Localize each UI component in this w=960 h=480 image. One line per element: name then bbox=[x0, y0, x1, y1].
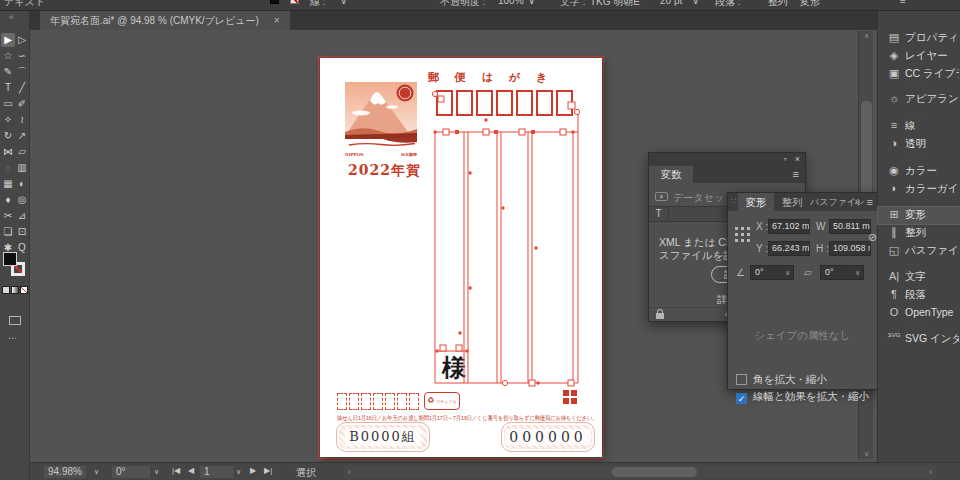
tab-transform[interactable]: 変形 bbox=[738, 193, 774, 211]
panel-menu-icon[interactable]: ≡ bbox=[900, 0, 906, 6]
zoom-level-field[interactable]: 94.98% bbox=[44, 466, 86, 478]
slice-tool[interactable]: ✂ bbox=[1, 209, 15, 223]
y-value-field[interactable]: 66.243 mm bbox=[768, 241, 810, 256]
scroll-down-icon[interactable]: ∨ bbox=[859, 450, 874, 458]
edit-toolbar-icon[interactable]: ⋯ bbox=[8, 333, 18, 343]
capture-dataset-icon[interactable] bbox=[655, 192, 668, 201]
horizontal-scroll-thumb[interactable] bbox=[612, 467, 697, 477]
document-tab[interactable]: 年賀宛名面.ai* @ 94.98 % (CMYK/プレビュー) × bbox=[40, 11, 290, 30]
dock-item-opentype[interactable]: OOpenType bbox=[878, 305, 960, 322]
font-size-value[interactable]: 20 pt bbox=[660, 0, 682, 6]
opacity-dropdown-icon[interactable]: ∨ bbox=[528, 0, 535, 6]
artboard-number-field[interactable]: 1 bbox=[200, 466, 234, 478]
none-mode-button[interactable] bbox=[20, 286, 28, 294]
variables-panel-header[interactable]: ▫ × bbox=[649, 153, 805, 166]
line-segment-tool[interactable]: ╱ bbox=[15, 81, 29, 95]
dock-item-color[interactable]: ◉カラー bbox=[878, 163, 960, 180]
dock-item-layers[interactable]: ◈レイヤー bbox=[878, 48, 960, 65]
print-tiling-tool[interactable]: ⊡ bbox=[15, 225, 29, 239]
toolbar-collapse-icon[interactable]: « bbox=[9, 12, 14, 22]
free-transform-tool[interactable]: ▱ bbox=[15, 145, 29, 159]
stroke-none-swatch-icon[interactable] bbox=[290, 0, 299, 4]
dock-item-paragraph[interactable]: ¶段落 bbox=[878, 287, 960, 304]
scale-corners-option[interactable]: 角を拡大・縮小 bbox=[736, 373, 827, 385]
selection-paths[interactable] bbox=[435, 111, 578, 383]
dock-item-transform[interactable]: ⊞変形 bbox=[878, 207, 960, 224]
gradient-tool[interactable]: ◐ bbox=[15, 177, 29, 191]
panel-close-icon[interactable]: × bbox=[795, 154, 800, 165]
w-value-field[interactable]: 50.811 mm bbox=[829, 219, 871, 234]
scale-tool[interactable]: ↗ bbox=[15, 129, 29, 143]
selection-anchors[interactable] bbox=[433, 118, 574, 384]
color-mode-button[interactable] bbox=[2, 286, 10, 294]
reference-point-locator[interactable] bbox=[735, 227, 752, 244]
gradient-mode-button[interactable] bbox=[11, 286, 19, 294]
dock-item-appearance[interactable]: ☼アピアランス bbox=[878, 91, 960, 108]
width-tool[interactable]: ⋈ bbox=[1, 145, 15, 159]
rotation-field[interactable]: 0° bbox=[112, 466, 150, 478]
horizontal-scrollbar[interactable]: ‹ › bbox=[345, 466, 935, 478]
paintbrush-tool[interactable]: ✐ bbox=[15, 97, 29, 111]
panel-menu-icon[interactable]: ≡ bbox=[867, 196, 873, 208]
type-tool[interactable]: T bbox=[1, 81, 15, 95]
eyedropper-tool[interactable]: ♦ bbox=[1, 193, 15, 207]
lock-icon[interactable] bbox=[656, 313, 664, 319]
dock-item-pathfinder[interactable]: ◱パスファイン... bbox=[878, 243, 960, 260]
tab-close-icon[interactable]: × bbox=[274, 15, 280, 26]
artboard-dropdown-icon[interactable]: ∨ bbox=[236, 468, 241, 476]
shear-dropdown[interactable]: 0° ∨ bbox=[820, 265, 864, 280]
dock-item-align[interactable]: ∥整列 bbox=[878, 225, 960, 242]
constrain-proportions-icon[interactable]: ⊘ bbox=[868, 231, 877, 244]
pencil-tool[interactable]: ≀ bbox=[15, 113, 29, 127]
panel-menu-icon[interactable]: ≡ bbox=[793, 168, 799, 180]
selection-tool[interactable]: ▶ bbox=[1, 33, 15, 47]
dock-item-svg-interactivity[interactable]: SVGSVG インタ... bbox=[878, 331, 960, 348]
direct-selection-tool[interactable]: ▷ bbox=[15, 33, 29, 47]
scale-strokes-option[interactable]: ✓線幅と効果を拡大・縮小 bbox=[736, 390, 869, 402]
first-artboard-icon[interactable]: |◀ bbox=[172, 466, 180, 475]
rotate-tool[interactable]: ↻ bbox=[1, 129, 15, 143]
align-button[interactable]: 整列 bbox=[768, 0, 788, 9]
variables-tab[interactable]: 変数 bbox=[649, 166, 693, 183]
scroll-up-icon[interactable]: ∧ bbox=[859, 32, 874, 40]
mesh-tool[interactable]: ▦ bbox=[1, 177, 15, 191]
x-value-field[interactable]: 67.102 mm bbox=[768, 219, 810, 234]
screen-mode-button[interactable] bbox=[9, 316, 21, 325]
rotation-dropdown-icon[interactable]: ∨ bbox=[154, 468, 159, 476]
tab-align[interactable]: 整列 bbox=[776, 193, 808, 211]
dock-item-color-guide[interactable]: ◗カラーガイド bbox=[878, 181, 960, 198]
transform-button[interactable]: 変形 bbox=[800, 0, 820, 9]
scroll-right-icon[interactable]: › bbox=[929, 466, 932, 478]
h-value-field[interactable]: 109.058 mm bbox=[829, 241, 871, 256]
fill-swatch-icon[interactable] bbox=[270, 0, 279, 4]
scale-corners-checkbox[interactable] bbox=[736, 374, 747, 385]
artboard-tool[interactable]: ❏ bbox=[1, 225, 15, 239]
postcard-page[interactable]: 郵 便 は が き NIPPON 日本郵便 2022年賀 bbox=[320, 58, 602, 457]
next-artboard-icon[interactable]: ▶ bbox=[250, 466, 256, 475]
font-name-value[interactable]: TKG 明朝E bbox=[590, 0, 640, 9]
rotate-dropdown[interactable]: 0° ∨ bbox=[750, 265, 794, 280]
dock-item-transparency[interactable]: ◑透明 bbox=[878, 136, 960, 153]
dock-item-cc-libraries[interactable]: ▣CC ライブラリ bbox=[878, 66, 960, 83]
prev-artboard-icon[interactable]: ◀ bbox=[188, 466, 194, 475]
panel-grip-icon[interactable]: ∷ bbox=[731, 196, 737, 206]
zoom-dropdown-icon[interactable]: ∨ bbox=[94, 468, 99, 476]
curvature-tool[interactable]: ⌒ bbox=[15, 65, 29, 79]
symbol-sprayer-tool[interactable]: ◌ bbox=[1, 161, 15, 175]
dock-item-character[interactable]: A|文字 bbox=[878, 269, 960, 286]
stroke-dropdown-icon[interactable]: ∨ bbox=[340, 0, 347, 6]
perspective-grid-tool[interactable]: ⊿ bbox=[15, 209, 29, 223]
lasso-tool[interactable]: ∽ bbox=[15, 49, 29, 63]
dock-item-stroke[interactable]: ≡線 bbox=[878, 118, 960, 135]
panel-expand-icon[interactable]: » bbox=[854, 196, 860, 207]
last-artboard-icon[interactable]: ▶| bbox=[264, 466, 272, 475]
pen-tool[interactable]: ✎ bbox=[1, 65, 15, 79]
font-size-dropdown-icon[interactable]: ∨ bbox=[692, 0, 699, 6]
blend-tool[interactable]: ◎ bbox=[15, 193, 29, 207]
rectangle-tool[interactable]: ▭ bbox=[1, 97, 15, 111]
magic-wand-tool[interactable]: ☆ bbox=[1, 49, 15, 63]
zoom-tool[interactable]: Q bbox=[15, 241, 29, 255]
dock-item-properties[interactable]: ▤プロパティ bbox=[878, 30, 960, 47]
shaper-tool[interactable]: ✧ bbox=[1, 113, 15, 127]
selection-handles[interactable] bbox=[432, 91, 579, 386]
